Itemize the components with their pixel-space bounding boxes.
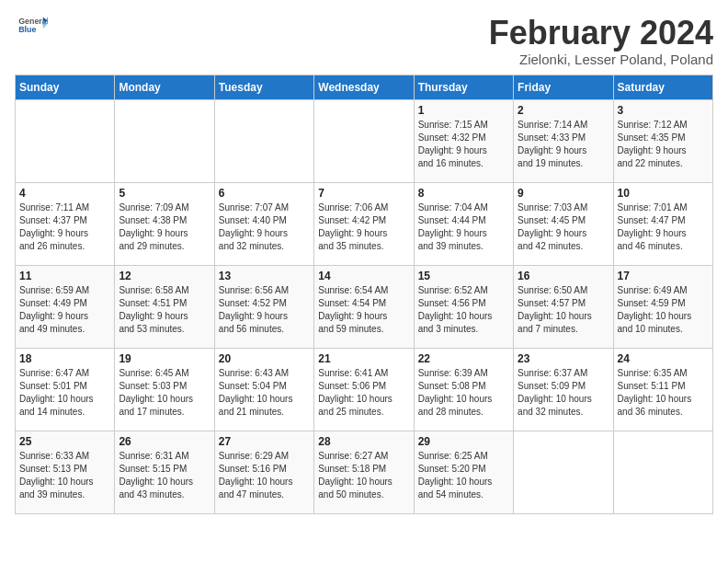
calendar-cell: 6Sunrise: 7:07 AM Sunset: 4:40 PM Daylig…: [214, 182, 313, 265]
day-number: 8: [418, 187, 509, 200]
day-number: 17: [618, 270, 709, 282]
calendar-cell: 20Sunrise: 6:43 AM Sunset: 5:04 PM Dayli…: [214, 348, 313, 431]
calendar-cell: [115, 99, 214, 182]
day-info: Sunrise: 6:47 AM Sunset: 5:01 PM Dayligh…: [19, 367, 110, 419]
title-block: February 2024 Zielonki, Lesser Poland, P…: [489, 15, 713, 67]
weekday-header-cell: Monday: [115, 75, 214, 99]
calendar-cell: 17Sunrise: 6:49 AM Sunset: 4:59 PM Dayli…: [613, 265, 712, 348]
day-number: 11: [19, 270, 110, 282]
day-info: Sunrise: 7:03 AM Sunset: 4:45 PM Dayligh…: [518, 201, 609, 253]
day-number: 6: [219, 187, 310, 200]
calendar-cell: 11Sunrise: 6:59 AM Sunset: 4:49 PM Dayli…: [16, 265, 115, 348]
day-number: 22: [418, 352, 509, 365]
calendar-cell: 26Sunrise: 6:31 AM Sunset: 5:15 PM Dayli…: [115, 431, 214, 513]
day-info: Sunrise: 6:49 AM Sunset: 4:59 PM Dayligh…: [618, 284, 709, 336]
logo: General Blue: [15, 15, 48, 37]
day-number: 3: [618, 104, 709, 117]
day-number: 12: [119, 270, 210, 282]
day-number: 4: [19, 187, 110, 200]
calendar-cell: 15Sunrise: 6:52 AM Sunset: 4:56 PM Dayli…: [414, 265, 513, 348]
day-info: Sunrise: 7:04 AM Sunset: 4:44 PM Dayligh…: [418, 201, 509, 253]
day-info: Sunrise: 6:25 AM Sunset: 5:20 PM Dayligh…: [418, 450, 509, 501]
calendar-cell: 16Sunrise: 6:50 AM Sunset: 4:57 PM Dayli…: [514, 265, 613, 348]
day-info: Sunrise: 6:39 AM Sunset: 5:08 PM Dayligh…: [418, 367, 509, 419]
calendar-cell: 4Sunrise: 7:11 AM Sunset: 4:37 PM Daylig…: [16, 182, 115, 265]
calendar-cell: 18Sunrise: 6:47 AM Sunset: 5:01 PM Dayli…: [16, 348, 115, 431]
calendar-cell: 14Sunrise: 6:54 AM Sunset: 4:54 PM Dayli…: [314, 265, 414, 348]
day-info: Sunrise: 7:09 AM Sunset: 4:38 PM Dayligh…: [119, 201, 210, 253]
day-number: 15: [418, 270, 509, 282]
weekday-header-row: SundayMondayTuesdayWednesdayThursdayFrid…: [16, 75, 713, 99]
calendar-week-row: 11Sunrise: 6:59 AM Sunset: 4:49 PM Dayli…: [16, 265, 713, 348]
day-number: 2: [518, 104, 609, 117]
calendar-cell: 5Sunrise: 7:09 AM Sunset: 4:38 PM Daylig…: [115, 182, 214, 265]
day-info: Sunrise: 6:50 AM Sunset: 4:57 PM Dayligh…: [518, 284, 609, 336]
calendar-cell: 24Sunrise: 6:35 AM Sunset: 5:11 PM Dayli…: [613, 348, 712, 431]
day-info: Sunrise: 6:58 AM Sunset: 4:51 PM Dayligh…: [119, 284, 210, 336]
month-title: February 2024: [489, 15, 713, 52]
day-info: Sunrise: 6:31 AM Sunset: 5:15 PM Dayligh…: [119, 450, 210, 501]
day-info: Sunrise: 6:45 AM Sunset: 5:03 PM Dayligh…: [119, 367, 210, 419]
calendar-cell: 19Sunrise: 6:45 AM Sunset: 5:03 PM Dayli…: [115, 348, 214, 431]
logo-icon: General Blue: [18, 15, 48, 37]
calendar-cell: [314, 99, 414, 182]
day-number: 13: [219, 270, 310, 282]
day-info: Sunrise: 6:35 AM Sunset: 5:11 PM Dayligh…: [618, 367, 709, 419]
calendar-cell: 21Sunrise: 6:41 AM Sunset: 5:06 PM Dayli…: [314, 348, 414, 431]
day-number: 21: [318, 352, 409, 365]
calendar-cell: 22Sunrise: 6:39 AM Sunset: 5:08 PM Dayli…: [414, 348, 513, 431]
calendar-week-row: 1Sunrise: 7:15 AM Sunset: 4:32 PM Daylig…: [16, 99, 713, 182]
calendar-cell: 2Sunrise: 7:14 AM Sunset: 4:33 PM Daylig…: [514, 99, 613, 182]
calendar-cell: 10Sunrise: 7:01 AM Sunset: 4:47 PM Dayli…: [613, 182, 712, 265]
day-number: 7: [318, 187, 409, 200]
weekday-header-cell: Wednesday: [314, 75, 414, 99]
calendar-cell: 27Sunrise: 6:29 AM Sunset: 5:16 PM Dayli…: [214, 431, 313, 513]
day-number: 14: [318, 270, 409, 282]
weekday-header-cell: Tuesday: [214, 75, 313, 99]
day-info: Sunrise: 6:41 AM Sunset: 5:06 PM Dayligh…: [318, 367, 409, 419]
day-info: Sunrise: 7:01 AM Sunset: 4:47 PM Dayligh…: [618, 201, 709, 253]
calendar-cell: 7Sunrise: 7:06 AM Sunset: 4:42 PM Daylig…: [314, 182, 414, 265]
weekday-header-cell: Sunday: [16, 75, 115, 99]
calendar-cell: 23Sunrise: 6:37 AM Sunset: 5:09 PM Dayli…: [514, 348, 613, 431]
svg-text:Blue: Blue: [18, 25, 36, 34]
day-number: 26: [119, 435, 210, 448]
day-number: 23: [518, 352, 609, 365]
calendar-table: SundayMondayTuesdayWednesdayThursdayFrid…: [15, 75, 713, 514]
day-number: 20: [219, 352, 310, 365]
calendar-week-row: 18Sunrise: 6:47 AM Sunset: 5:01 PM Dayli…: [16, 348, 713, 431]
day-number: 27: [219, 435, 310, 448]
day-info: Sunrise: 7:07 AM Sunset: 4:40 PM Dayligh…: [219, 201, 310, 253]
page-header: General Blue February 2024 Zielonki, Les…: [15, 15, 713, 67]
day-info: Sunrise: 7:11 AM Sunset: 4:37 PM Dayligh…: [19, 201, 110, 253]
calendar-cell: 28Sunrise: 6:27 AM Sunset: 5:18 PM Dayli…: [314, 431, 414, 513]
day-number: 10: [618, 187, 709, 200]
day-number: 5: [119, 187, 210, 200]
day-info: Sunrise: 6:59 AM Sunset: 4:49 PM Dayligh…: [19, 284, 110, 336]
calendar-cell: 8Sunrise: 7:04 AM Sunset: 4:44 PM Daylig…: [414, 182, 513, 265]
calendar-cell: 25Sunrise: 6:33 AM Sunset: 5:13 PM Dayli…: [16, 431, 115, 513]
weekday-header-cell: Saturday: [613, 75, 712, 99]
day-number: 24: [618, 352, 709, 365]
day-info: Sunrise: 6:37 AM Sunset: 5:09 PM Dayligh…: [518, 367, 609, 419]
calendar-cell: 12Sunrise: 6:58 AM Sunset: 4:51 PM Dayli…: [115, 265, 214, 348]
weekday-header-cell: Friday: [514, 75, 613, 99]
day-info: Sunrise: 6:54 AM Sunset: 4:54 PM Dayligh…: [318, 284, 409, 336]
weekday-header-cell: Thursday: [414, 75, 513, 99]
day-number: 19: [119, 352, 210, 365]
calendar-cell: [214, 99, 313, 182]
day-number: 28: [318, 435, 409, 448]
day-info: Sunrise: 7:15 AM Sunset: 4:32 PM Dayligh…: [418, 119, 509, 170]
calendar-body: 1Sunrise: 7:15 AM Sunset: 4:32 PM Daylig…: [16, 99, 713, 513]
day-info: Sunrise: 7:12 AM Sunset: 4:35 PM Dayligh…: [618, 119, 709, 170]
day-number: 18: [19, 352, 110, 365]
calendar-cell: [514, 431, 613, 513]
day-number: 29: [418, 435, 509, 448]
calendar-cell: [613, 431, 712, 513]
day-info: Sunrise: 6:56 AM Sunset: 4:52 PM Dayligh…: [219, 284, 310, 336]
day-info: Sunrise: 7:14 AM Sunset: 4:33 PM Dayligh…: [518, 119, 609, 170]
calendar-week-row: 4Sunrise: 7:11 AM Sunset: 4:37 PM Daylig…: [16, 182, 713, 265]
day-number: 16: [518, 270, 609, 282]
day-info: Sunrise: 6:27 AM Sunset: 5:18 PM Dayligh…: [318, 450, 409, 501]
calendar-week-row: 25Sunrise: 6:33 AM Sunset: 5:13 PM Dayli…: [16, 431, 713, 513]
